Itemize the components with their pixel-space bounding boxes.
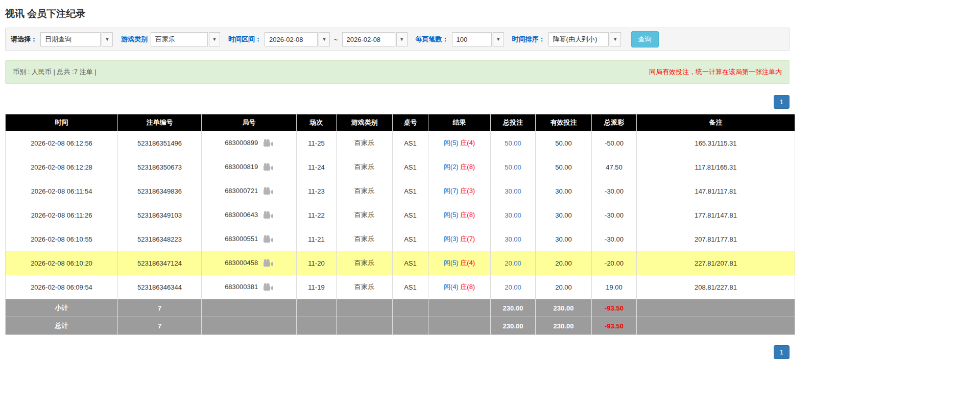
table-header: 时间 注单编号 局号 场次 游戏类别 桌号 结果 总投注 有效投注 总派彩 备注 xyxy=(6,114,795,131)
cell-game-type: 百家乐 xyxy=(337,203,393,227)
total-bet-link[interactable]: 50.00 xyxy=(505,139,521,147)
subtotal-row: 小计 7 230.00 230.00 -93.50 xyxy=(6,299,795,317)
cell-session: 11-20 xyxy=(297,251,337,275)
header-bet-id: 注单编号 xyxy=(118,114,202,131)
cell-game-type: 百家乐 xyxy=(337,275,393,299)
table-row: 2026-02-08 06:12:28 523186350673 6830008… xyxy=(6,155,795,179)
cell-session: 11-25 xyxy=(297,131,337,155)
cell-note: 208.81/227.81 xyxy=(637,275,795,299)
cell-time: 2026-02-08 06:11:54 xyxy=(6,179,118,203)
grand-total-label: 总计 xyxy=(6,317,118,335)
filter-bar: 请选择： ▼ 游戏类别 ▼ 时间区间： ▼ ~ ▼ xyxy=(5,28,790,51)
result-banker: 庄(8) xyxy=(460,163,475,171)
cell-payout: 47.50 xyxy=(592,155,637,179)
result-banker: 庄(4) xyxy=(460,259,475,267)
cell-payout: -30.00 xyxy=(592,227,637,251)
chevron-down-icon[interactable]: ▼ xyxy=(493,32,504,46)
header-note: 备注 xyxy=(637,114,795,131)
summary-notice: 同局有效投注，统一计算在该局第一张注单内 xyxy=(649,67,782,77)
cell-round: 683000381 xyxy=(202,275,297,299)
cell-session: 11-24 xyxy=(297,155,337,179)
sort-input[interactable] xyxy=(548,32,609,46)
pagination-bottom: 1 xyxy=(5,345,790,359)
grand-total-total-bet: 230.00 xyxy=(491,317,536,335)
round-number: 683000721 xyxy=(225,187,258,195)
chevron-down-icon[interactable]: ▼ xyxy=(610,32,621,46)
video-replay-icon[interactable] xyxy=(263,259,273,267)
game-type-input[interactable] xyxy=(151,32,208,46)
video-replay-icon[interactable] xyxy=(263,283,273,291)
total-bet-link[interactable]: 30.00 xyxy=(505,235,521,243)
video-replay-icon[interactable] xyxy=(263,163,273,171)
cell-time: 2026-02-08 06:10:55 xyxy=(6,227,118,251)
video-replay-icon[interactable] xyxy=(263,235,273,243)
page-size-input[interactable] xyxy=(452,32,492,46)
subtotal-payout: -93.50 xyxy=(592,299,637,317)
date-to-input[interactable] xyxy=(342,32,395,46)
round-number: 683000899 xyxy=(225,139,258,147)
cell-total-bet: 30.00 xyxy=(491,179,536,203)
header-session: 场次 xyxy=(297,114,337,131)
table-row: 2026-02-08 06:10:55 523186348223 6830005… xyxy=(6,227,795,251)
main-container: 视讯 会员下注纪录 请选择： ▼ 游戏类别 ▼ 时间区间： ▼ ~ xyxy=(0,0,790,359)
game-type-combo: ▼ xyxy=(151,32,220,46)
total-bet-link[interactable]: 20.00 xyxy=(505,283,521,291)
total-bet-link[interactable]: 20.00 xyxy=(505,259,521,267)
page-button[interactable]: 1 xyxy=(774,345,790,359)
records-table: 时间 注单编号 局号 场次 游戏类别 桌号 结果 总投注 有效投注 总派彩 备注… xyxy=(5,114,795,335)
cell-valid-bet: 50.00 xyxy=(536,131,592,155)
cell-note: 117.81/165.31 xyxy=(637,155,795,179)
result-player: 闲(7) xyxy=(444,187,459,195)
page-button[interactable]: 1 xyxy=(774,95,790,109)
cell-result: 闲(5) 庄(8) xyxy=(428,203,491,227)
query-type-input[interactable] xyxy=(40,32,101,46)
cell-payout: 19.00 xyxy=(592,275,637,299)
page-size-group: 每页笔数： ▼ xyxy=(416,32,504,46)
cell-round: 683000458 xyxy=(202,251,297,275)
video-replay-icon[interactable] xyxy=(263,211,273,219)
cell-bet-id: 523186351496 xyxy=(118,131,202,155)
result-banker: 庄(8) xyxy=(460,211,475,219)
cell-total-bet: 30.00 xyxy=(491,203,536,227)
cell-note: 207.81/177.81 xyxy=(637,227,795,251)
sort-label: 时间排序： xyxy=(512,35,545,44)
cell-table-no: AS1 xyxy=(393,275,428,299)
cell-result: 闲(2) 庄(8) xyxy=(428,155,491,179)
round-number: 683000381 xyxy=(225,283,258,291)
cell-game-type: 百家乐 xyxy=(337,155,393,179)
cell-note: 165.31/115.31 xyxy=(637,131,795,155)
result-banker: 庄(4) xyxy=(460,139,475,147)
chevron-down-icon[interactable]: ▼ xyxy=(209,32,220,46)
grand-total-row: 总计 7 230.00 230.00 -93.50 xyxy=(6,317,795,335)
cell-game-type: 百家乐 xyxy=(337,251,393,275)
search-button[interactable]: 查询 xyxy=(631,31,659,47)
sort-group: 时间排序： ▼ xyxy=(512,32,621,46)
cell-bet-id: 523186349103 xyxy=(118,203,202,227)
cell-time: 2026-02-08 06:10:20 xyxy=(6,251,118,275)
cell-bet-id: 523186349836 xyxy=(118,179,202,203)
query-type-group: 请选择： ▼ xyxy=(11,32,113,46)
chevron-down-icon[interactable]: ▼ xyxy=(102,32,113,46)
total-bet-link[interactable]: 30.00 xyxy=(505,211,521,219)
video-replay-icon[interactable] xyxy=(263,139,273,147)
cell-table-no: AS1 xyxy=(393,131,428,155)
chevron-down-icon[interactable]: ▼ xyxy=(396,32,408,46)
cell-total-bet: 50.00 xyxy=(491,131,536,155)
cell-total-bet: 30.00 xyxy=(491,227,536,251)
total-bet-link[interactable]: 30.00 xyxy=(505,187,521,195)
cell-valid-bet: 30.00 xyxy=(536,227,592,251)
total-bet-link[interactable]: 50.00 xyxy=(505,163,521,171)
cell-round: 683000721 xyxy=(202,179,297,203)
game-type-label: 游戏类别 xyxy=(121,35,148,44)
date-from-combo: ▼ xyxy=(265,32,330,46)
cell-table-no: AS1 xyxy=(393,251,428,275)
result-banker: 庄(3) xyxy=(460,187,475,195)
table-row: 2026-02-08 06:09:54 523186346344 6830003… xyxy=(6,275,795,299)
video-replay-icon[interactable] xyxy=(263,187,273,195)
result-player: 闲(5) xyxy=(444,139,459,147)
cell-session: 11-22 xyxy=(297,203,337,227)
chevron-down-icon[interactable]: ▼ xyxy=(319,32,330,46)
date-from-input[interactable] xyxy=(265,32,318,46)
cell-payout: -30.00 xyxy=(592,179,637,203)
cell-bet-id: 523186350673 xyxy=(118,155,202,179)
